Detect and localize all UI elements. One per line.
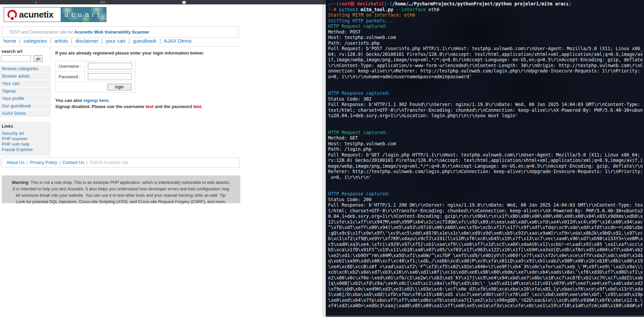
terminal-line: Method: GET: [328, 135, 644, 141]
login-button[interactable]: login: [107, 84, 132, 90]
nav-item-guestbook[interactable]: guestbook: [133, 38, 156, 44]
terminal-line: if,image/webp,image/png,image/svg+xml,*/…: [328, 57, 644, 63]
nav-divider: [0, 46, 241, 47]
nav-separator: |: [50, 38, 52, 44]
terminal-line: HTTP Response captured:: [328, 91, 644, 97]
terminal-line: Method: POST: [328, 29, 644, 35]
page-scrollbar[interactable]: [322, 4, 326, 317]
terminal-line: \xf9o\xb0\x0c\xe49H\xd3\xe3\x03\\\x03o\x…: [328, 287, 644, 292]
acunetix-icon: [7, 10, 17, 19]
sidebar-item-ajax-demo[interactable]: AJAX Demo: [0, 110, 50, 118]
terminal-line: Sniffing HTTP packets...: [328, 18, 644, 24]
browser-tab-hint: [100, 1, 105, 3]
acunetix-logo[interactable]: acunetix acuart: [4, 7, 106, 22]
disabled-text-3: .: [201, 104, 203, 109]
sidebar-item-browse-artists[interactable]: Browse artists: [0, 73, 50, 80]
sidebar-item-signup[interactable]: Signup: [0, 88, 50, 95]
main-nav: home|categories|artists|disclaimer|your …: [3, 38, 192, 44]
sidebar-item-browse-categories[interactable]: Browse categories: [0, 65, 50, 73]
sidebar-link-php-vuln-help[interactable]: PHP vuln help: [2, 142, 50, 147]
terminal-line: tu20.04.1+deb.sury.org+1\r\nLocation: lo…: [328, 113, 644, 119]
search-input[interactable]: [1, 55, 31, 62]
login-form: Username : Password : login: [55, 61, 135, 92]
terminal-line: Path: /login.php: [328, 147, 644, 152]
terminal-window[interactable]: ┌──(root㊿ denizhalil)-[/home/…/PycharmPr…: [326, 0, 644, 317]
terminal-line: Full Request: b'GET /login.php HTTP/1.1\…: [328, 152, 644, 158]
sidebar-item-your-profile[interactable]: Your profile: [0, 95, 50, 103]
terminal-line: Full Response: b'HTTP/1.1 200 OK\r\nServ…: [328, 203, 644, 208]
signup-disabled-line: Signup disabled. Please use the username…: [55, 104, 240, 109]
footer: About Us|Privacy Policy|Contact Us|©2019…: [2, 157, 240, 168]
search-go-button[interactable]: go: [34, 55, 43, 62]
sidebar-link-fractal-explorer[interactable]: Fractal Explorer: [2, 147, 50, 152]
terminal-line: HTTP Request captured:: [328, 130, 644, 136]
terminal-line: Status Code: 200: [328, 197, 644, 203]
browser-tab-dot-icon: [35, 1, 37, 3]
footer-link-privacy-policy[interactable]: Privacy Policy: [30, 160, 57, 165]
browser-top-bar: [0, 0, 326, 4]
password-test-value: test: [193, 104, 201, 109]
terminal-line: u=0, i\r\n\r\nuname=adminusername&pass=a…: [328, 74, 644, 80]
terminal-line: \r\nContent-Type: application/x-www-form…: [328, 63, 644, 69]
terminal-line: Host: testphp.vulnweb.com: [328, 141, 644, 147]
terminal-line: Host: testphp.vulnweb.com: [328, 35, 644, 41]
footer-link-about-us[interactable]: About Us: [6, 160, 24, 165]
terminal-output: ┌──(root㊿ denizhalil)-[/home/…/PycharmPr…: [328, 1, 644, 309]
terminal-line: onnection: keep-alive\r\nReferer: http:/…: [328, 68, 644, 74]
terminal-line: xcb\xc6\xb2\x8a\xd7\xb3\x16\n\xa6\xd1\x8…: [328, 270, 644, 275]
nav-separator: |: [19, 38, 21, 44]
nav-item-home[interactable]: home: [3, 38, 16, 44]
signup-prefix: You can also: [55, 98, 83, 103]
terminal-line: 64; rv:128.0) Gecko/20100101 Firefox/128…: [328, 52, 644, 58]
sidebar-links-block: Links Security artPHP scannerPHP vuln he…: [0, 122, 50, 156]
login-button-row: login: [56, 82, 135, 92]
terminal-line: ┌──(root㊿ denizhalil)-[/home/…/PycharmPr…: [328, 1, 644, 7]
warning-box: Warning: This is not a real shop. This i…: [2, 175, 240, 203]
nav-item-your-cart[interactable]: your cart: [106, 38, 125, 44]
login-heading: If you are already registered please ent…: [55, 50, 240, 56]
nav-item-categories[interactable]: categories: [23, 38, 47, 44]
acunetix-wvs-link[interactable]: Acunetix Web Vulnerability Scanner: [74, 29, 149, 35]
terminal-line: Status Code: 302: [328, 97, 644, 102]
username-row: Username :: [56, 61, 135, 71]
sidebar-item-our-guestbook[interactable]: Our guestbook: [0, 103, 50, 110]
terminal-line: text/html; charset=UTF-8\r\nTransfer-Enc…: [328, 108, 644, 113]
footer-separator: |: [26, 160, 27, 165]
password-label: Password :: [56, 71, 85, 82]
signup-here-link[interactable]: signup here: [83, 98, 108, 103]
terminal-line: [q\x00B[\xb2\xfd\x9a/\xe4\x8c[\xa5\xc1\x…: [328, 281, 644, 287]
terminal-line: u=0, i\r\n\r\n': [328, 175, 644, 181]
sidebar-link-php-scanner[interactable]: PHP scanner: [2, 136, 50, 142]
terminal-line: [328, 180, 644, 186]
nav-item-ajax-demo[interactable]: AJAX Demo: [164, 38, 192, 44]
disabled-text-2: and the password: [154, 104, 194, 109]
terminal-line: Full Request: b'POST /userinfo.php HTTP/…: [328, 46, 644, 52]
terminal-line: \xe0\xed\xb4\x7fp\xba\xf7\xf7\xde\xd6s\x…: [328, 298, 644, 303]
nav-item-disclaimer[interactable]: disclaimer: [75, 38, 98, 44]
sidebar-menu: Browse categoriesBrowse artistsYour cart…: [0, 65, 50, 118]
logo-brand-text: acunetix: [19, 9, 54, 20]
footer-link-contact-us[interactable]: Contact Us: [62, 160, 84, 165]
terminal-line: b5\xca\x1fD\x91FS^\x19\x11\xb18\xa6\x07\…: [328, 247, 644, 253]
signup-suffix: .: [108, 98, 110, 103]
warning-text: : This is not a real shop. This is an ex…: [13, 180, 230, 204]
nav-separator: |: [128, 38, 130, 44]
browser-tab-hint-2: [182, 1, 186, 4]
terminal-line: :gQ\x9c$\x1f\x9e\x9f\'\xc9\xc5\xdd\x85?8…: [328, 231, 644, 236]
terminal-line: ^\xfb\xdf\xefY\x00\x94(\xe5\xa53\x97iG\x…: [328, 225, 644, 231]
password-field[interactable]: [88, 73, 132, 80]
copyright-text: ©2019 Acunetix Ltd: [89, 160, 128, 165]
sidebar-link-security-art[interactable]: Security art: [2, 131, 50, 136]
footer-separator: |: [59, 160, 60, 165]
disabled-text-1: Signup disabled. Please use the username: [55, 104, 146, 109]
acunetix-logo-left: acunetix: [4, 7, 61, 22]
nav-item-artists[interactable]: artists: [55, 38, 68, 44]
terminal-line: rv:128.0) Gecko/20100101 Firefox/128.0\r…: [328, 158, 644, 164]
username-field[interactable]: [88, 63, 132, 69]
terminal-line: 0.04.1+deb.sury.org+1\r\nContent-Encodin…: [328, 214, 644, 219]
terminal-line: [328, 119, 644, 125]
terminal-line: t/html; charset=UTF-8\r\nTransfer-Encodi…: [328, 208, 644, 214]
sidebar-item-your-cart[interactable]: Your cart: [0, 80, 50, 88]
footer-links: About Us|Privacy Policy|Contact Us: [6, 160, 84, 165]
terminal-line: HTTP Request captured:: [328, 24, 644, 29]
